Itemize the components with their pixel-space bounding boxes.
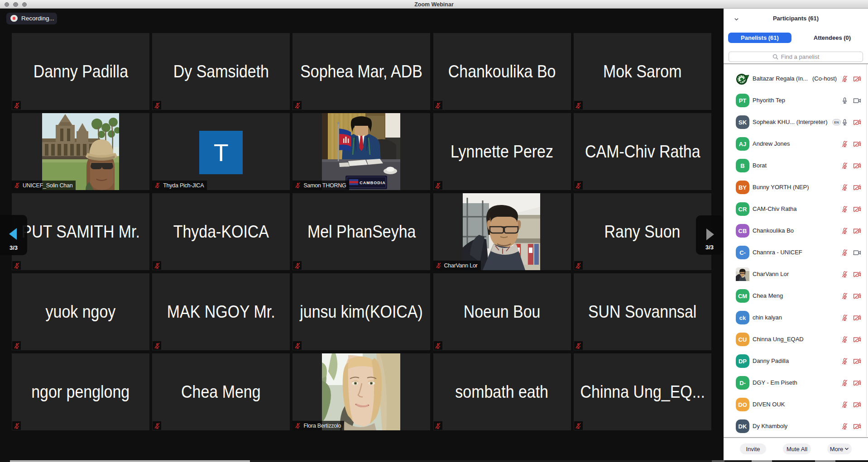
svg-text:CAMBODIA: CAMBODIA: [360, 181, 386, 185]
